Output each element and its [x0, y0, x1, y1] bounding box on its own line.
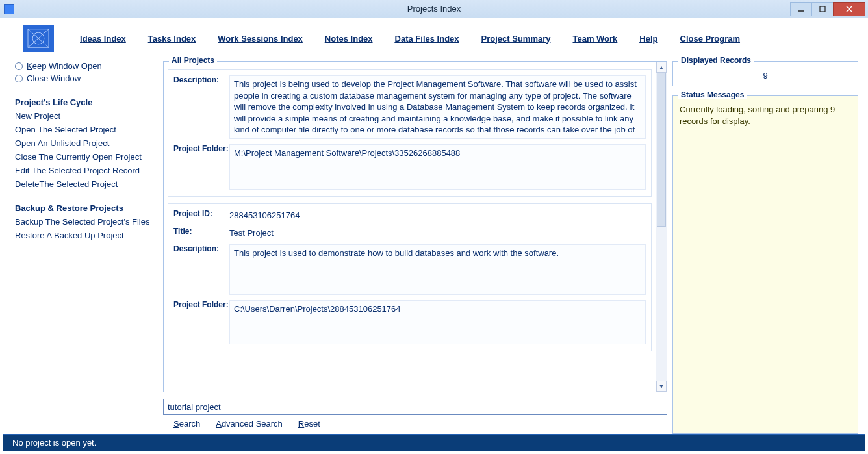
menu-notes-index[interactable]: Notes Index — [325, 34, 373, 44]
menu-team-work[interactable]: Team Work — [572, 34, 617, 44]
right-column: Displayed Records 9 Status Messages Curr… — [672, 61, 858, 434]
maximize-button[interactable] — [811, 2, 834, 16]
title-bar: Projects Index — [0, 0, 868, 18]
search-input[interactable] — [163, 399, 667, 415]
status-messages-legend: Status Messages — [678, 90, 747, 99]
label-description: Description: — [173, 75, 229, 139]
label-project-id: Project ID: — [173, 209, 229, 221]
displayed-records-box: Displayed Records 9 — [672, 61, 858, 86]
app-body: Ideas Index Tasks Index Work Sessions In… — [3, 18, 865, 435]
menu-project-summary[interactable]: Project Summary — [481, 34, 551, 44]
records-scrollbar[interactable]: ▲ ▼ — [656, 62, 667, 392]
search-area: Search Advanced Search Reset — [163, 399, 667, 434]
radio-icon — [15, 75, 23, 82]
project-record[interactable]: Description: This project is being used … — [168, 69, 652, 197]
svg-rect-1 — [820, 6, 825, 12]
status-bar-text: No project is open yet. — [12, 438, 96, 448]
menu-close-program[interactable]: Close Program — [680, 34, 740, 44]
scroll-thumb[interactable] — [657, 73, 666, 227]
menu-work-sessions-index[interactable]: Work Sessions Index — [218, 34, 303, 44]
center-panel: All Projects Description: This project i… — [163, 58, 667, 434]
label-title: Title: — [173, 227, 229, 239]
value-title: Test Project — [229, 227, 646, 239]
menu-data-files-index[interactable]: Data Files Index — [395, 34, 459, 44]
radio-icon — [15, 62, 23, 70]
scroll-up-icon[interactable]: ▲ — [656, 62, 667, 73]
value-project-folder: M:\Project Management Software\Projects\… — [229, 144, 646, 190]
menu-ideas-index[interactable]: Ideas Index — [80, 34, 126, 44]
menu-bar: Ideas Index Tasks Index Work Sessions In… — [3, 18, 865, 58]
label-project-folder: Project Folder: — [173, 300, 229, 344]
project-record[interactable]: Project ID: 288453106251764 Title: Test … — [168, 203, 652, 351]
close-button[interactable] — [833, 2, 865, 16]
displayed-records-legend: Displayed Records — [678, 56, 754, 65]
reset-button[interactable]: Reset — [298, 419, 320, 429]
sidebar-edit-selected-project[interactable]: Edit The Selected Project Record — [15, 166, 158, 175]
sidebar-restore-backup[interactable]: Restore A Backed Up Project — [15, 231, 158, 240]
close-window-label: Close Window — [27, 73, 81, 83]
displayed-records-count: 9 — [678, 71, 852, 81]
status-messages-box: Status Messages Currently loading, sorti… — [672, 95, 858, 434]
status-bar: No project is open yet. — [3, 435, 865, 451]
all-projects-legend: All Projects — [169, 56, 217, 65]
minimize-button[interactable] — [790, 2, 812, 16]
value-description: This project is used to demonstrate how … — [229, 244, 646, 295]
all-projects-fieldset: All Projects Description: This project i… — [163, 61, 667, 392]
sidebar-new-project[interactable]: New Project — [15, 111, 158, 121]
scroll-track[interactable] — [656, 73, 667, 381]
window-title: Projects Index — [407, 4, 461, 14]
value-description: This project is being used to develop th… — [229, 75, 646, 139]
close-window-radio[interactable]: Close Window — [15, 73, 158, 83]
keep-window-open-label: Keep Window Open — [27, 61, 102, 71]
app-icon — [4, 4, 14, 14]
value-project-id: 288453106251764 — [229, 209, 646, 221]
menu-tasks-index[interactable]: Tasks Index — [148, 34, 196, 44]
sidebar: Keep Window Open Close Window Project's … — [15, 58, 158, 434]
search-button[interactable]: Search — [173, 419, 200, 429]
menu-help[interactable]: Help — [639, 34, 657, 44]
sidebar-delete-selected-project[interactable]: DeleteThe Selected Project — [15, 179, 158, 189]
value-project-folder: C:\Users\Darren\Projects\288453106251764 — [229, 300, 646, 344]
sidebar-open-unlisted-project[interactable]: Open An Unlisted Project — [15, 138, 158, 148]
backup-heading: Backup & Restore Projects — [15, 203, 158, 213]
records-list: Description: This project is being used … — [164, 62, 656, 392]
sidebar-backup-selected[interactable]: Backup The Selected Project's Files — [15, 217, 158, 227]
project-logo-icon — [23, 25, 54, 52]
status-message-text: Currently loading, sorting and preparing… — [680, 104, 851, 127]
lifecycle-heading: Project's Life Cycle — [15, 97, 158, 107]
label-description: Description: — [173, 244, 229, 295]
keep-window-open-radio[interactable]: Keep Window Open — [15, 61, 158, 71]
sidebar-open-selected-project[interactable]: Open The Selected Project — [15, 125, 158, 134]
scroll-down-icon[interactable]: ▼ — [656, 381, 667, 392]
sidebar-close-current-project[interactable]: Close The Currently Open Project — [15, 152, 158, 162]
window-controls — [791, 2, 865, 16]
advanced-search-button[interactable]: Advanced Search — [216, 419, 283, 429]
label-project-folder: Project Folder: — [173, 144, 229, 190]
